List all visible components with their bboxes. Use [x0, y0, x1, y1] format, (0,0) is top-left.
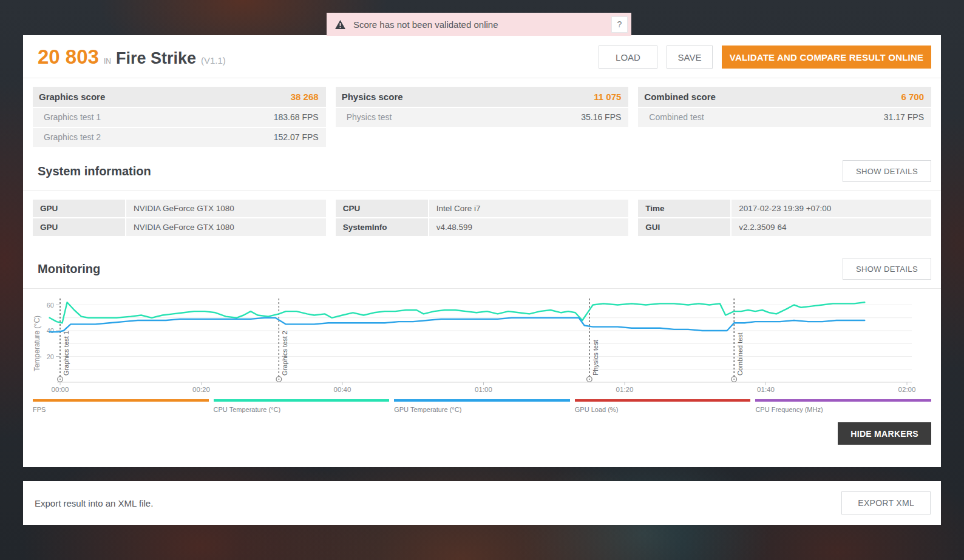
x-tick-label: 01:00	[475, 386, 492, 393]
benchmark-version: (V1.1)	[201, 55, 226, 66]
score-test-value: 152.07 FPS	[274, 132, 319, 142]
legend-label: FPS	[33, 406, 209, 413]
export-card: Export result into an XML file. EXPORT X…	[23, 481, 941, 525]
system-info-label: SystemInfo	[336, 218, 428, 236]
system-info-label: Time	[638, 200, 730, 217]
legend-item[interactable]: GPU Temperature (°C)	[394, 399, 570, 413]
x-tick-label: 00:00	[52, 386, 69, 393]
test-marker-pin-dot-icon	[278, 379, 279, 380]
system-info-value: NVIDIA GeForce GTX 1080	[126, 218, 326, 236]
score-panel-header: Graphics score 38 268	[33, 87, 326, 107]
total-score: 20 803	[38, 46, 99, 69]
system-info-label: GPU	[33, 218, 125, 236]
test-marker-label: Graphics test 1	[63, 331, 70, 376]
score-test-label: Graphics test 1	[44, 112, 101, 122]
test-marker-pin-dot-icon	[733, 379, 735, 380]
y-tick-label: 20	[47, 353, 54, 360]
result-card: 20 803 IN Fire Strike (V1.1) LOAD SAVE V…	[23, 35, 941, 467]
legend-color-bar	[575, 399, 751, 402]
score-test-label: Graphics test 2	[44, 132, 101, 142]
y-tick-label: 40	[47, 327, 54, 334]
chart-legend: FPS CPU Temperature (°C) GPU Temperature…	[33, 399, 931, 413]
monitoring-header: Monitoring SHOW DETAILS	[23, 237, 941, 289]
system-info-value: v2.2.3509 64	[731, 218, 931, 236]
score-panel-value: 38 268	[291, 92, 319, 102]
help-button[interactable]: ?	[611, 16, 628, 33]
score-panel: Physics score 11 075 Physics test 35.16 …	[336, 87, 629, 127]
validate-button[interactable]: VALIDATE AND COMPARE RESULT ONLINE	[722, 46, 931, 69]
result-title: 20 803 IN Fire Strike (V1.1)	[33, 46, 226, 69]
legend-item[interactable]: CPU Frequency (MHz)	[755, 399, 931, 413]
score-test-label: Physics test	[347, 112, 392, 122]
score-test-row: Combined test 31.17 FPS	[638, 108, 931, 127]
test-marker-label: Graphics test 2	[281, 331, 288, 376]
score-panel-title: Physics score	[342, 92, 403, 102]
monitoring-show-details-button[interactable]: SHOW DETAILS	[843, 258, 931, 280]
y-axis-label: Temperature (°C)	[33, 315, 41, 371]
save-button[interactable]: SAVE	[667, 46, 713, 69]
score-panel-title: Graphics score	[39, 92, 105, 102]
score-panel-value: 11 075	[594, 92, 621, 102]
validation-warning-banner: Score has not been validated online ?	[327, 13, 631, 36]
system-info-value: 2017-02-23 19:39 +07:00	[731, 200, 931, 217]
hide-markers-button[interactable]: HIDE MARKERS	[838, 422, 931, 445]
score-test-label: Combined test	[649, 112, 704, 122]
system-info-row: GPU NVIDIA GeForce GTX 1080	[33, 200, 326, 217]
scores-grid: Graphics score 38 268 Graphics test 1 18…	[33, 87, 931, 147]
test-marker-pin-dot-icon	[589, 379, 590, 380]
export-xml-button[interactable]: EXPORT XML	[841, 491, 931, 514]
system-show-details-button[interactable]: SHOW DETAILS	[843, 160, 931, 182]
system-info-column: GPU NVIDIA GeForce GTX 1080 GPU NVIDIA G…	[33, 200, 326, 237]
x-tick-label: 01:40	[757, 386, 775, 393]
score-panel: Combined score 6 700 Combined test 31.17…	[638, 87, 931, 127]
legend-item[interactable]: FPS	[33, 399, 209, 413]
score-panel-rows: Physics test 35.16 FPS	[336, 108, 629, 127]
warning-icon	[335, 20, 345, 29]
validation-warning-text: Score has not been validated online	[353, 19, 611, 30]
system-info-row: CPU Intel Core i7	[336, 200, 629, 217]
legend-color-bar	[33, 399, 209, 402]
result-header: 20 803 IN Fire Strike (V1.1) LOAD SAVE V…	[23, 35, 941, 78]
legend-color-bar	[214, 399, 390, 402]
score-test-value: 31.17 FPS	[884, 112, 924, 122]
monitoring-title: Monitoring	[33, 262, 100, 276]
system-info-label: GUI	[638, 218, 730, 236]
system-info-row: GPU NVIDIA GeForce GTX 1080	[33, 218, 326, 236]
legend-label: CPU Frequency (MHz)	[755, 406, 931, 413]
hide-markers-row: HIDE MARKERS	[33, 422, 931, 445]
score-test-row: Physics test 35.16 FPS	[336, 108, 629, 127]
score-test-value: 35.16 FPS	[581, 112, 621, 122]
system-info-row: SystemInfo v4.48.599	[336, 218, 629, 236]
legend-label: GPU Temperature (°C)	[394, 406, 570, 413]
system-information-header: System information SHOW DETAILS	[23, 147, 941, 191]
x-tick-label: 00:20	[192, 386, 210, 393]
score-panel-header: Combined score 6 700	[638, 87, 931, 107]
test-marker-label: Combined test	[736, 332, 744, 376]
system-info-column: CPU Intel Core i7 SystemInfo v4.48.599	[336, 200, 629, 237]
load-button[interactable]: LOAD	[599, 46, 657, 69]
legend-item[interactable]: CPU Temperature (°C)	[214, 399, 390, 413]
export-description: Export result into an XML file.	[35, 498, 153, 508]
system-information-grid: GPU NVIDIA GeForce GTX 1080 GPU NVIDIA G…	[33, 200, 931, 237]
legend-color-bar	[755, 399, 931, 402]
score-panel-title: Combined score	[644, 92, 716, 102]
system-info-value: Intel Core i7	[429, 200, 629, 217]
series-line	[50, 318, 865, 332]
system-info-row: GUI v2.2.3509 64	[638, 218, 931, 236]
x-tick-label: 01:20	[616, 386, 634, 393]
legend-item[interactable]: GPU Load (%)	[575, 399, 751, 413]
system-info-column: Time 2017-02-23 19:39 +07:00 GUI v2.2.35…	[638, 200, 931, 237]
system-info-value: v4.48.599	[429, 218, 629, 236]
score-test-value: 183.68 FPS	[274, 112, 319, 122]
system-info-label: CPU	[336, 200, 428, 217]
legend-label: CPU Temperature (°C)	[214, 406, 390, 413]
score-panel-rows: Graphics test 1 183.68 FPS Graphics test…	[33, 108, 326, 147]
test-marker-pin-dot-icon	[59, 379, 61, 380]
score-panel-value: 6 700	[901, 92, 924, 102]
legend-label: GPU Load (%)	[575, 406, 751, 413]
header-toolbar: LOAD SAVE VALIDATE AND COMPARE RESULT ON…	[599, 46, 931, 69]
score-panel-rows: Combined test 31.17 FPS	[638, 108, 931, 127]
score-test-row: Graphics test 1 183.68 FPS	[33, 108, 326, 127]
x-tick-label: 00:40	[334, 386, 351, 393]
in-label: IN	[104, 57, 111, 66]
